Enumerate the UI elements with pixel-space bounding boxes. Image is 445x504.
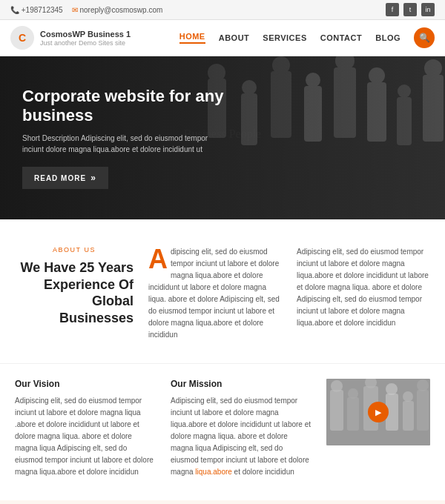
logo-text-area: CosmosWP Business 1 Just another Demo Si…	[40, 29, 131, 47]
read-more-button[interactable]: READ MORE »	[22, 167, 108, 189]
about-left-col: ABOUT US We Have 25 Years Experience Of …	[15, 246, 134, 326]
nav-links: HOME ABOUT SERVICES CONTACT BLOG 🔍	[179, 27, 435, 48]
vision-text: Adipiscing elit, sed do eiusmod tempor i…	[15, 395, 156, 478]
about-label: ABOUT US	[15, 246, 134, 253]
logo-icon: C	[10, 26, 34, 50]
search-button[interactable]: 🔍	[414, 27, 435, 48]
video-col: ▶	[326, 379, 430, 478]
vision-mission-section: Our Vision Adipiscing elit, sed do eiusm…	[0, 363, 445, 500]
site-tagline: Just another Demo Sites site	[40, 39, 131, 47]
nav-contact[interactable]: CONTACT	[320, 33, 362, 42]
read-more-arrow: »	[90, 173, 96, 183]
hero-content: Corporate website for any business Short…	[22, 87, 230, 190]
topbar-contact: 📞 +198712345 ✉ noreply@cosmoswp.com	[10, 6, 162, 14]
about-right-col: Adipiscing elit, sed do eiusmod tempor i…	[297, 246, 430, 329]
svg-point-26	[403, 391, 413, 402]
svg-rect-17	[330, 390, 343, 431]
nav-about[interactable]: ABOUT	[219, 33, 250, 42]
hero-description: Short Description Adipiscing elit, sed d…	[22, 133, 230, 155]
svg-rect-19	[347, 397, 359, 431]
mission-title: Our Mission	[171, 379, 312, 389]
linkedin-icon[interactable]: in	[421, 3, 435, 16]
email-address: noreply@cosmoswp.com	[79, 6, 162, 14]
read-more-label: READ MORE	[34, 174, 86, 182]
site-name: CosmosWP Business 1	[40, 29, 131, 39]
svg-point-24	[386, 383, 398, 395]
svg-rect-25	[403, 401, 414, 431]
search-icon: 🔍	[419, 33, 430, 43]
nav-blog[interactable]: BLOG	[375, 33, 400, 42]
phone-info: 📞 +198712345	[10, 6, 63, 14]
vision-title: Our Vision	[15, 379, 156, 389]
logo-letter: C	[19, 32, 26, 44]
play-button[interactable]: ▶	[368, 402, 389, 422]
email-info: ✉ noreply@cosmoswp.com	[72, 6, 163, 14]
mission-col: Our Mission Adipiscing elit, sed do eius…	[171, 379, 312, 478]
nav-services[interactable]: SERVICES	[263, 33, 306, 42]
twitter-icon[interactable]: t	[403, 3, 417, 16]
email-icon: ✉	[72, 6, 78, 14]
navbar: C CosmosWP Business 1 Just another Demo …	[0, 20, 445, 56]
hero-title: Corporate website for any business	[22, 87, 230, 126]
logo[interactable]: C CosmosWP Business 1 Just another Demo …	[10, 26, 131, 50]
phone-icon: 📞	[10, 6, 19, 14]
about-center-text: dipiscing elit, sed do eiusmod tempor in…	[148, 248, 280, 339]
vision-col: Our Vision Adipiscing elit, sed do eiusm…	[15, 379, 156, 478]
about-section: ABOUT US We Have 25 Years Experience Of …	[0, 219, 445, 363]
nav-home[interactable]: HOME	[179, 32, 205, 44]
svg-point-20	[348, 388, 358, 399]
phone-number: +198712345	[22, 6, 63, 14]
svg-rect-27	[417, 390, 429, 431]
svg-point-28	[417, 379, 429, 391]
facebook-icon[interactable]: f	[386, 3, 399, 16]
services-section: OUR SERVICES Explore Services To Build B…	[0, 500, 445, 504]
mission-text: Adipiscing elit, sed do eiusmod tempor i…	[171, 395, 312, 478]
about-right-text: Adipiscing elit, sed do eiusmod tempor i…	[297, 248, 429, 327]
about-center-col: A dipiscing elit, sed do eiusmod tempor …	[148, 246, 282, 341]
topbar: 📞 +198712345 ✉ noreply@cosmoswp.com f t …	[0, 0, 445, 20]
social-links: f t in	[386, 3, 435, 16]
dropcap: A	[148, 249, 168, 271]
hero-section: Corporate website for any business Short…	[0, 56, 445, 219]
video-thumbnail[interactable]: ▶	[326, 379, 430, 445]
svg-point-18	[331, 380, 343, 392]
about-heading: We Have 25 Years Experience Of Global Bu…	[15, 259, 134, 326]
